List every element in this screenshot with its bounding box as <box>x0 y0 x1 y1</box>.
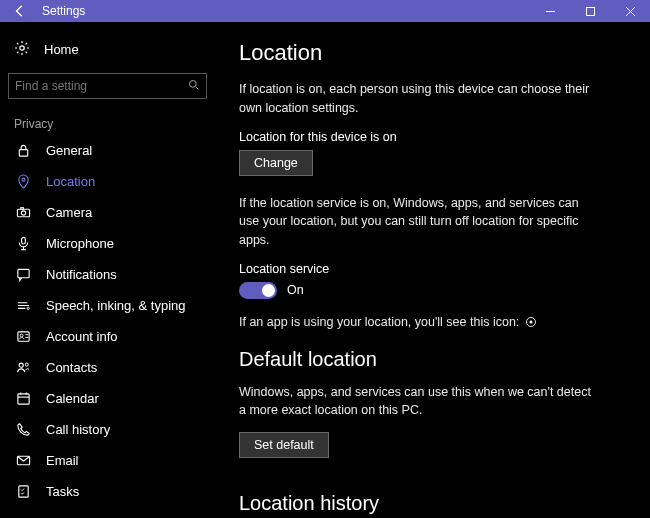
search-icon <box>188 79 200 94</box>
close-button[interactable] <box>610 0 650 22</box>
sidebar-item-speech[interactable]: Speech, inking, & typing <box>8 290 207 321</box>
sidebar-item-label: Microphone <box>46 236 114 251</box>
location-history-heading: Location history <box>239 492 626 515</box>
svg-rect-10 <box>21 237 25 244</box>
default-location-description: Windows, apps, and services can use this… <box>239 383 599 421</box>
svg-rect-13 <box>17 332 28 341</box>
lock-icon <box>14 143 32 158</box>
home-button[interactable]: Home <box>8 32 207 67</box>
email-icon <box>14 453 32 468</box>
location-description: If location is on, each person using thi… <box>239 80 599 118</box>
sidebar-item-label: General <box>46 143 92 158</box>
contacts-icon <box>14 360 32 375</box>
sidebar-item-label: Tasks <box>46 484 79 499</box>
svg-point-8 <box>21 211 25 215</box>
section-label: Privacy <box>8 109 207 135</box>
svg-rect-5 <box>19 150 27 157</box>
sidebar-item-location[interactable]: Location <box>8 166 207 197</box>
svg-point-12 <box>27 307 29 309</box>
title-bar: Settings <box>0 0 650 22</box>
sidebar: Home Privacy General Location Camera Mic… <box>0 22 215 518</box>
sidebar-item-label: Speech, inking, & typing <box>46 298 185 313</box>
sidebar-item-email[interactable]: Email <box>8 445 207 476</box>
sidebar-item-account[interactable]: Account info <box>8 321 207 352</box>
svg-rect-1 <box>586 7 594 15</box>
svg-line-4 <box>196 86 199 89</box>
search-box[interactable] <box>8 73 207 99</box>
sidebar-item-notifications[interactable]: Notifications <box>8 259 207 290</box>
phone-icon <box>14 422 32 437</box>
sidebar-item-contacts[interactable]: Contacts <box>8 352 207 383</box>
sidebar-item-label: Notifications <box>46 267 117 282</box>
sidebar-item-label: Camera <box>46 205 92 220</box>
svg-point-15 <box>19 363 23 367</box>
sidebar-item-callhistory[interactable]: Call history <box>8 414 207 445</box>
sidebar-item-camera[interactable]: Camera <box>8 197 207 228</box>
tasks-icon <box>14 484 32 499</box>
svg-rect-9 <box>20 208 23 210</box>
sidebar-item-label: Call history <box>46 422 110 437</box>
sidebar-item-label: Email <box>46 453 79 468</box>
gear-icon <box>14 40 30 59</box>
sidebar-item-label: Contacts <box>46 360 97 375</box>
device-status: Location for this device is on <box>239 130 626 144</box>
location-service-toggle[interactable] <box>239 282 277 299</box>
sidebar-item-general[interactable]: General <box>8 135 207 166</box>
svg-point-14 <box>20 334 23 337</box>
sidebar-item-tasks[interactable]: Tasks <box>8 476 207 507</box>
service-label: Location service <box>239 262 626 276</box>
default-location-heading: Default location <box>239 348 626 371</box>
svg-rect-22 <box>18 486 27 497</box>
sidebar-item-microphone[interactable]: Microphone <box>8 228 207 259</box>
svg-point-24 <box>529 321 532 324</box>
back-button[interactable] <box>0 0 40 22</box>
svg-rect-11 <box>17 269 28 277</box>
page-title: Location <box>239 40 626 66</box>
content-area: Location If location is on, each person … <box>215 22 650 518</box>
microphone-icon <box>14 236 32 251</box>
sidebar-item-label: Account info <box>46 329 118 344</box>
maximize-button[interactable] <box>570 0 610 22</box>
toggle-state: On <box>287 283 304 297</box>
minimize-button[interactable] <box>530 0 570 22</box>
svg-point-2 <box>20 46 24 50</box>
calendar-icon <box>14 391 32 406</box>
window-title: Settings <box>42 4 85 18</box>
set-default-button[interactable]: Set default <box>239 432 329 458</box>
home-label: Home <box>44 42 79 57</box>
svg-point-3 <box>190 80 197 87</box>
search-input[interactable] <box>15 79 188 93</box>
svg-point-16 <box>25 363 28 366</box>
svg-rect-17 <box>17 394 28 404</box>
account-icon <box>14 329 32 344</box>
icon-line: If an app is using your location, you'll… <box>239 313 599 332</box>
camera-icon <box>14 205 32 220</box>
speech-icon <box>14 298 32 313</box>
service-description: If the location service is on, Windows, … <box>239 194 599 250</box>
sidebar-item-label: Calendar <box>46 391 99 406</box>
change-button[interactable]: Change <box>239 150 313 176</box>
svg-point-6 <box>22 178 25 181</box>
location-usage-icon <box>525 316 537 328</box>
location-icon <box>14 174 32 189</box>
sidebar-item-label: Location <box>46 174 95 189</box>
notifications-icon <box>14 267 32 282</box>
sidebar-item-calendar[interactable]: Calendar <box>8 383 207 414</box>
